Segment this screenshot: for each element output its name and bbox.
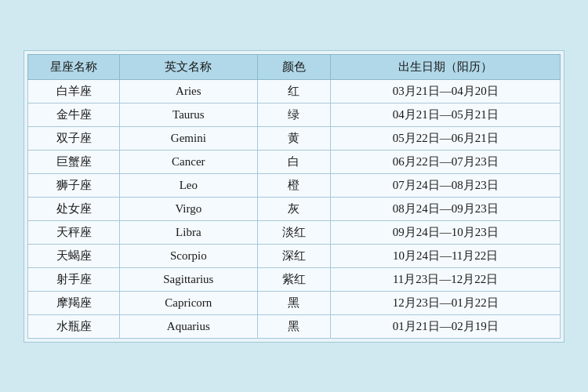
table-header-row: 星座名称 英文名称 颜色 出生日期（阳历） — [28, 54, 561, 79]
cell-en-name: Libra — [120, 220, 258, 244]
cell-en-name: Capricorn — [120, 291, 258, 314]
cell-zh-name: 天蝎座 — [28, 244, 120, 267]
cell-date: 03月21日—04月20日 — [331, 79, 561, 103]
cell-date: 07月24日—08月23日 — [331, 173, 561, 197]
cell-color: 黄 — [257, 126, 331, 150]
cell-en-name: Sagittarius — [120, 267, 258, 291]
table-row: 处女座Virgo灰08月24日—09月23日 — [28, 197, 561, 220]
cell-color: 绿 — [257, 103, 331, 126]
cell-date: 08月24日—09月23日 — [331, 197, 561, 220]
cell-date: 09月24日—10月23日 — [331, 220, 561, 244]
table-row: 摩羯座Capricorn黑12月23日—01月22日 — [28, 291, 561, 314]
header-zh-name: 星座名称 — [28, 54, 120, 79]
header-color: 颜色 — [257, 54, 331, 79]
cell-color: 黑 — [257, 291, 331, 314]
cell-date: 11月23日—12月22日 — [331, 267, 561, 291]
cell-color: 红 — [257, 79, 331, 103]
cell-zh-name: 天秤座 — [28, 220, 120, 244]
table-row: 白羊座Aries红03月21日—04月20日 — [28, 79, 561, 103]
cell-en-name: Aries — [120, 79, 258, 103]
cell-color: 灰 — [257, 197, 331, 220]
header-date: 出生日期（阳历） — [331, 54, 561, 79]
cell-date: 01月21日—02月19日 — [331, 314, 561, 338]
table-row: 金牛座Taurus绿04月21日—05月21日 — [28, 103, 561, 126]
cell-color: 淡红 — [257, 220, 331, 244]
zodiac-table: 星座名称 英文名称 颜色 出生日期（阳历） 白羊座Aries红03月21日—04… — [27, 54, 561, 339]
cell-date: 10月24日—11月22日 — [331, 244, 561, 267]
cell-en-name: Taurus — [120, 103, 258, 126]
cell-en-name: Gemini — [120, 126, 258, 150]
cell-en-name: Scorpio — [120, 244, 258, 267]
cell-color: 紫红 — [257, 267, 331, 291]
cell-date: 12月23日—01月22日 — [331, 291, 561, 314]
cell-zh-name: 处女座 — [28, 197, 120, 220]
cell-zh-name: 狮子座 — [28, 173, 120, 197]
cell-en-name: Aquarius — [120, 314, 258, 338]
cell-zh-name: 射手座 — [28, 267, 120, 291]
cell-en-name: Cancer — [120, 150, 258, 173]
cell-zh-name: 白羊座 — [28, 79, 120, 103]
cell-zh-name: 摩羯座 — [28, 291, 120, 314]
cell-color: 白 — [257, 150, 331, 173]
table-row: 天蝎座Scorpio深红10月24日—11月22日 — [28, 244, 561, 267]
cell-zh-name: 双子座 — [28, 126, 120, 150]
table-row: 巨蟹座Cancer白06月22日—07月23日 — [28, 150, 561, 173]
table-row: 狮子座Leo橙07月24日—08月23日 — [28, 173, 561, 197]
cell-color: 黑 — [257, 314, 331, 338]
table-row: 水瓶座Aquarius黑01月21日—02月19日 — [28, 314, 561, 338]
cell-date: 06月22日—07月23日 — [331, 150, 561, 173]
cell-zh-name: 巨蟹座 — [28, 150, 120, 173]
cell-en-name: Virgo — [120, 197, 258, 220]
header-en-name: 英文名称 — [120, 54, 258, 79]
cell-zh-name: 金牛座 — [28, 103, 120, 126]
cell-color: 深红 — [257, 244, 331, 267]
table-row: 双子座Gemini黄05月22日—06月21日 — [28, 126, 561, 150]
table-row: 天秤座Libra淡红09月24日—10月23日 — [28, 220, 561, 244]
zodiac-table-container: 星座名称 英文名称 颜色 出生日期（阳历） 白羊座Aries红03月21日—04… — [24, 50, 564, 343]
table-row: 射手座Sagittarius紫红11月23日—12月22日 — [28, 267, 561, 291]
cell-date: 04月21日—05月21日 — [331, 103, 561, 126]
cell-color: 橙 — [257, 173, 331, 197]
cell-zh-name: 水瓶座 — [28, 314, 120, 338]
cell-date: 05月22日—06月21日 — [331, 126, 561, 150]
cell-en-name: Leo — [120, 173, 258, 197]
